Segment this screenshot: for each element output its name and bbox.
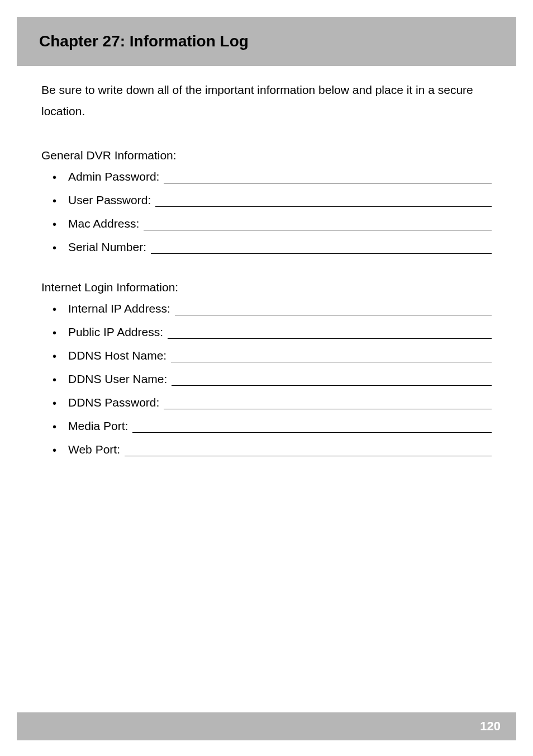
field-line	[171, 350, 492, 362]
content-area: Be sure to write down all of the importa…	[17, 79, 516, 456]
section-title-internet: Internet Login Information:	[41, 281, 492, 294]
field-label-ddns-password: DDNS Password:	[68, 396, 164, 409]
field-item: DDNS Host Name:	[68, 349, 492, 362]
chapter-title: Chapter 27: Information Log	[39, 32, 505, 50]
field-label-admin-password: Admin Password:	[68, 170, 164, 183]
intro-text: Be sure to write down all of the importa…	[41, 79, 492, 122]
field-item: Internal IP Address:	[68, 302, 492, 315]
section-title-general: General DVR Information:	[41, 149, 492, 162]
field-label-public-ip: Public IP Address:	[68, 325, 168, 339]
field-line	[155, 195, 492, 207]
field-label-internal-ip: Internal IP Address:	[68, 302, 175, 315]
page-footer: 120	[17, 712, 516, 740]
field-item: DDNS User Name:	[68, 372, 492, 386]
field-list-internet: Internal IP Address: Public IP Address: …	[41, 302, 492, 456]
field-line	[172, 374, 492, 386]
field-item: Serial Number:	[68, 240, 492, 254]
field-label-web-port: Web Port:	[68, 443, 125, 456]
chapter-header: Chapter 27: Information Log	[17, 17, 516, 66]
field-line	[151, 242, 492, 254]
field-item: Public IP Address:	[68, 325, 492, 339]
field-line	[144, 218, 492, 230]
field-line	[132, 420, 492, 433]
field-line	[164, 397, 492, 409]
field-label-ddns-user: DDNS User Name:	[68, 372, 172, 386]
section-general: General DVR Information: Admin Password:…	[41, 149, 492, 254]
field-item: Web Port:	[68, 443, 492, 456]
field-line	[125, 444, 492, 456]
field-item: User Password:	[68, 193, 492, 207]
field-label-media-port: Media Port:	[68, 419, 132, 433]
field-line	[164, 171, 492, 183]
field-line	[175, 303, 492, 315]
field-label-user-password: User Password:	[68, 193, 155, 207]
field-line	[168, 327, 492, 339]
field-item: Media Port:	[68, 419, 492, 433]
field-label-serial-number: Serial Number:	[68, 240, 151, 254]
page-wrapper: Chapter 27: Information Log Be sure to w…	[0, 0, 533, 456]
field-label-mac-address: Mac Address:	[68, 217, 144, 230]
field-item: DDNS Password:	[68, 396, 492, 409]
field-item: Mac Address:	[68, 217, 492, 230]
field-item: Admin Password:	[68, 170, 492, 183]
field-list-general: Admin Password: User Password: Mac Addre…	[41, 170, 492, 254]
page-number: 120	[480, 719, 501, 734]
field-label-ddns-host: DDNS Host Name:	[68, 349, 171, 362]
section-internet: Internet Login Information: Internal IP …	[41, 281, 492, 456]
